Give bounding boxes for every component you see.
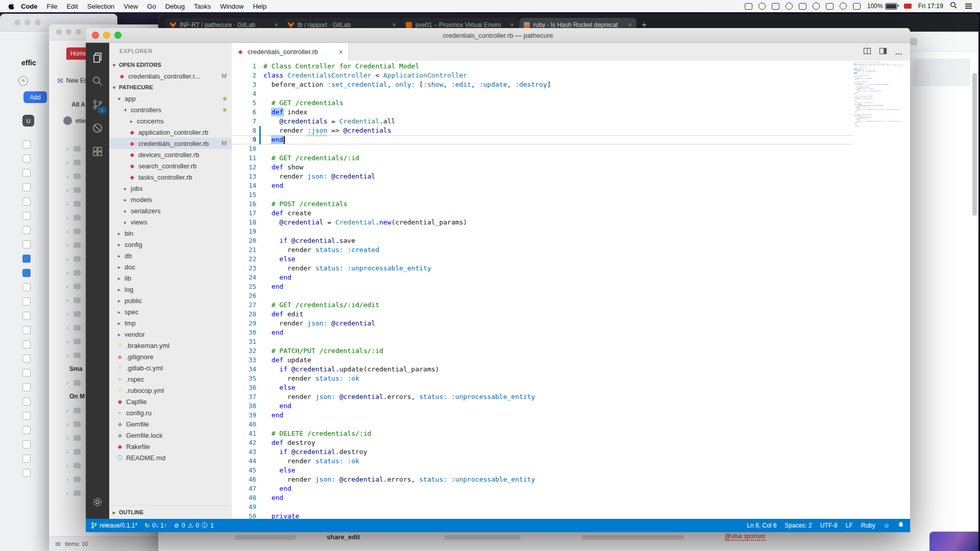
mail-module-icon[interactable]: ✉ — [55, 540, 61, 548]
extensions-icon[interactable] — [86, 140, 109, 163]
chevron-right-icon[interactable]: › — [66, 283, 68, 290]
tree-file-search_controller.rb[interactable]: ◆search_controller.rb — [109, 160, 232, 171]
apple-menu-icon[interactable] — [7, 2, 14, 10]
code-line-29[interactable]: 29 render json: @credential — [232, 319, 853, 328]
tree-file-Rakefile[interactable]: ◆Rakefile — [109, 441, 232, 452]
window-controls-inactive[interactable] — [56, 29, 81, 35]
chevron-right-icon[interactable]: › — [66, 324, 68, 332]
tree-folder-models[interactable]: ▸models — [109, 194, 232, 205]
menu-code[interactable]: Code — [16, 3, 42, 10]
eol-indicator[interactable]: LF — [846, 522, 853, 529]
code-line-36[interactable]: 36 else — [232, 383, 853, 392]
code-line-41[interactable]: 41 # DELETE /credentials/:id — [232, 429, 853, 438]
checkbox[interactable] — [22, 426, 31, 434]
tab-close-icon[interactable]: × — [392, 21, 396, 29]
chevron-right-icon[interactable]: › — [66, 310, 68, 318]
tree-file-Gemfile[interactable]: ◆Gemfile — [109, 418, 232, 430]
code-line-42[interactable]: 42 def destroy — [232, 438, 853, 447]
minimap[interactable]: # Class Controller for Credential Modelc… — [853, 61, 910, 519]
feedback-smiley-icon[interactable]: ☺ — [884, 522, 890, 529]
tree-folder-controllers[interactable]: ▾controllers — [109, 104, 232, 115]
all-accounts-label[interactable]: All A — [71, 101, 85, 108]
tree-folder-bin[interactable]: ▸bin — [109, 228, 232, 239]
checkbox[interactable] — [22, 369, 31, 377]
split-editor-icon[interactable] — [863, 47, 871, 57]
tree-folder-serializers[interactable]: ▸serializers — [109, 205, 232, 216]
more-actions-icon[interactable]: … — [895, 47, 903, 56]
page-sponsor-link[interactable]: @visa sponsor — [725, 533, 766, 541]
chevron-right-icon[interactable]: › — [66, 489, 68, 497]
code-line-8[interactable]: 8 render :json => @credentials — [232, 126, 853, 135]
problems-indicator[interactable]: ⊘ 0 ⚠ 0 ⓘ 1 — [174, 521, 214, 530]
code-line-45[interactable]: 45 else — [232, 466, 853, 475]
tree-folder-lib[interactable]: ▸lib — [109, 272, 232, 284]
menu-selection[interactable]: Selection — [83, 3, 119, 10]
tree-folder-public[interactable]: ▸public — [109, 295, 232, 306]
settings-gear-icon[interactable] — [86, 490, 109, 514]
code-line-26[interactable]: 26 — [232, 291, 853, 300]
code-lines[interactable]: 1# Class Controller for Credential Model… — [232, 61, 853, 519]
indentation-indicator[interactable]: Spaces: 2 — [785, 522, 812, 529]
chevron-right-icon[interactable]: › — [66, 379, 68, 387]
checkbox[interactable] — [22, 355, 31, 363]
minimize-window-button[interactable] — [103, 32, 110, 39]
tab-close-icon[interactable]: × — [274, 21, 278, 29]
code-line-48[interactable]: 48 end — [232, 493, 853, 503]
code-line-34[interactable]: 34 if @credential.update(credential_para… — [232, 365, 853, 374]
tree-folder-spec[interactable]: ▸spec — [109, 306, 232, 317]
code-line-47[interactable]: 47 end — [232, 484, 853, 493]
chevron-right-icon[interactable]: › — [66, 200, 68, 208]
code-line-17[interactable]: 17 def create — [232, 209, 853, 218]
code-line-6[interactable]: 6 def index — [232, 108, 853, 117]
chevron-right-icon[interactable]: › — [66, 241, 68, 249]
code-line-1[interactable]: 1# Class Controller for Credential Model — [232, 62, 853, 71]
checkbox[interactable] — [22, 469, 31, 477]
explorer-icon[interactable] — [86, 46, 109, 69]
code-line-9[interactable]: 9 end — [232, 135, 853, 144]
code-line-16[interactable]: 16 # POST /credentials — [232, 199, 853, 209]
close-tab-icon[interactable]: × — [339, 48, 343, 56]
chevron-right-icon[interactable]: › — [66, 407, 68, 414]
checkbox[interactable] — [22, 455, 31, 463]
code-line-44[interactable]: 44 render status: :ok — [232, 457, 853, 466]
tree-file-.gitlab-ci.yml[interactable]: !.gitlab-ci.yml — [109, 362, 232, 373]
code-line-20[interactable]: 20 if @credential.save — [232, 236, 853, 245]
code-line-25[interactable]: 25 end — [232, 282, 853, 291]
chevron-right-icon[interactable]: › — [66, 352, 68, 359]
code-line-40[interactable]: 40 — [232, 420, 853, 429]
tree-folder-vendor[interactable]: ▸vendor — [109, 329, 232, 340]
code-line-2[interactable]: 2class CredentialsController < Applicati… — [232, 71, 853, 80]
search-icon[interactable] — [86, 69, 109, 93]
open-editors-header[interactable]: ▾ OPEN EDITORS — [109, 59, 232, 70]
sync-indicator[interactable]: ↻ 0↓ 1↑ — [144, 522, 167, 529]
checkbox[interactable] — [22, 240, 31, 248]
code-line-13[interactable]: 13 render json: @credential — [232, 172, 853, 181]
chevron-right-icon[interactable]: › — [66, 475, 68, 483]
chevron-right-icon[interactable]: › — [66, 214, 68, 221]
chevron-right-icon[interactable]: › — [66, 296, 68, 304]
code-line-39[interactable]: 39 end — [232, 411, 853, 420]
chevron-right-icon[interactable]: › — [66, 448, 68, 456]
checkbox[interactable] — [22, 155, 31, 163]
status-icon[interactable] — [799, 3, 806, 10]
window-controls-inactive[interactable] — [14, 19, 41, 26]
editor-tab-credentials-controller[interactable]: ◆ credentials_controller.rb × — [232, 43, 349, 61]
chevron-right-icon[interactable]: › — [66, 420, 68, 428]
menu-go[interactable]: Go — [142, 3, 160, 10]
chevron-right-icon[interactable]: › — [66, 145, 68, 153]
code-line-32[interactable]: 32 # PATCH/PUT /credentials/:id — [232, 346, 853, 356]
code-line-33[interactable]: 33 def update — [232, 356, 853, 365]
code-line-23[interactable]: 23 render status: :unprocessable_entity — [232, 264, 853, 273]
checkbox[interactable] — [22, 340, 31, 348]
checkbox[interactable] — [22, 383, 31, 391]
checkbox[interactable] — [22, 197, 31, 206]
checkbox[interactable] — [22, 140, 31, 148]
tree-file-application_controller.rb[interactable]: ◆application_controller.rb — [109, 127, 232, 138]
code-line-35[interactable]: 35 render status: :ok — [232, 374, 853, 383]
tree-folder-views[interactable]: ▸views — [109, 216, 232, 228]
battery-indicator[interactable]: 100% — [867, 3, 897, 10]
notification-center-icon[interactable] — [965, 6, 972, 7]
chevron-right-icon[interactable]: › — [66, 228, 68, 235]
browser-scrollbar[interactable] — [972, 73, 977, 216]
checkbox[interactable] — [22, 226, 31, 234]
